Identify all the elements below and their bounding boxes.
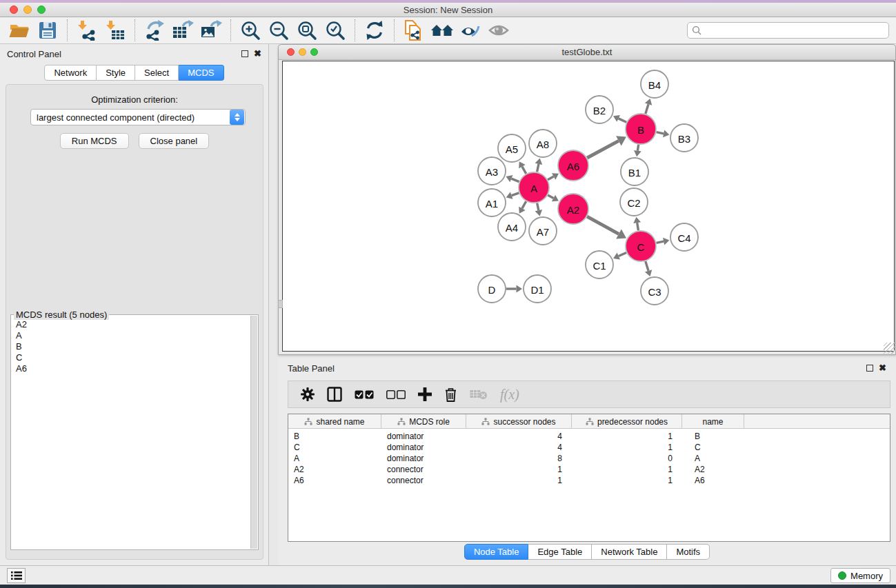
graph-edge-C-C3[interactable] — [646, 261, 648, 271]
table-cell[interactable]: 1 — [572, 475, 682, 486]
table-cell[interactable]: A6 — [682, 475, 744, 486]
graph-edge-B-B2[interactable] — [619, 119, 627, 122]
table-cell[interactable]: 8 — [466, 453, 572, 464]
run-mcds-button[interactable]: Run MCDS — [60, 133, 129, 149]
export-table-icon[interactable] — [170, 19, 195, 42]
open-folder-icon[interactable] — [7, 19, 32, 42]
graph-edge-B-B3[interactable] — [657, 132, 664, 134]
import-network-icon[interactable] — [74, 19, 99, 42]
table-row[interactable]: Bdominator41B — [288, 431, 890, 442]
table-cell[interactable]: 4 — [466, 431, 572, 442]
eye-icon[interactable] — [486, 19, 511, 42]
double-home-icon[interactable] — [430, 19, 455, 42]
tab-network-table[interactable]: Network Table — [592, 544, 667, 560]
graph-edge-A-A1[interactable] — [512, 193, 519, 196]
table-row[interactable]: Cdominator41C — [288, 442, 890, 453]
table-close-panel-icon[interactable]: ✖ — [879, 365, 886, 372]
tab-select[interactable]: Select — [135, 65, 179, 81]
table-cell[interactable]: connector — [381, 475, 466, 486]
mcds-result-item[interactable]: C — [16, 352, 250, 363]
graph-edge-A2-C[interactable] — [587, 216, 619, 234]
tab-motifs[interactable]: Motifs — [667, 544, 710, 560]
graph-edge-A-A7[interactable] — [537, 203, 539, 211]
tab-node-table[interactable]: Node Table — [464, 544, 529, 560]
table-cell[interactable]: A — [682, 453, 744, 464]
copy-network-icon[interactable] — [401, 19, 426, 42]
resize-grip-icon[interactable] — [884, 343, 895, 354]
select-all-checkboxes-icon[interactable] — [355, 390, 374, 399]
tab-edge-table[interactable]: Edge Table — [528, 544, 592, 560]
refresh-icon[interactable] — [362, 19, 387, 42]
criterion-select[interactable]: largest connected component (directed) — [30, 109, 246, 125]
search-input[interactable] — [687, 22, 889, 39]
memory-button[interactable]: Memory — [830, 568, 890, 583]
column-header-successor-nodes[interactable]: successor nodes — [466, 414, 572, 429]
zoom-in-icon[interactable] — [238, 19, 263, 42]
mcds-result-item[interactable]: A6 — [16, 363, 250, 374]
table-cell[interactable]: A — [288, 453, 381, 464]
import-table-icon[interactable] — [103, 19, 128, 42]
table-cell[interactable]: B — [288, 431, 381, 442]
split-columns-icon[interactable] — [327, 387, 342, 402]
zoom-fit-icon[interactable] — [295, 19, 319, 42]
graph-edge-A-A2[interactable] — [548, 195, 553, 198]
close-panel-icon[interactable]: ✖ — [254, 50, 261, 57]
export-network-icon[interactable] — [142, 19, 167, 42]
table-cell[interactable]: dominator — [381, 442, 466, 453]
mcds-result-item[interactable]: A — [16, 330, 250, 341]
gear-icon[interactable] — [301, 387, 315, 401]
float-panel-icon[interactable] — [241, 50, 248, 57]
close-panel-button[interactable]: Close panel — [139, 133, 210, 149]
mcds-list-scrollbar[interactable] — [250, 316, 257, 549]
tab-network[interactable]: Network — [44, 65, 97, 81]
table-cell[interactable]: A2 — [288, 464, 381, 475]
graph-edge-C-C4[interactable] — [657, 241, 664, 243]
tab-mcds[interactable]: MCDS — [179, 65, 223, 81]
graph-edge-A-A5[interactable] — [522, 167, 526, 174]
table-cell[interactable]: 1 — [466, 475, 572, 486]
graph-edge-A-A3[interactable] — [511, 179, 519, 181]
network-canvas[interactable]: B4B2BB3A8A5A6A3B1AC2A1A2A4A7C4CC1DD1C3 — [282, 61, 895, 352]
tab-style[interactable]: Style — [97, 65, 135, 81]
graph-edge-A-A4[interactable] — [522, 201, 526, 208]
zoom-selected-icon[interactable] — [323, 19, 348, 42]
deselect-all-checkboxes-icon[interactable] — [386, 390, 406, 399]
table-cell[interactable]: 1 — [466, 464, 572, 475]
graph-edge-A-A6[interactable] — [548, 176, 554, 180]
table-row[interactable]: Adominator80A — [288, 453, 890, 464]
graph-edge-B-B1[interactable] — [637, 145, 638, 151]
export-image-icon[interactable] — [199, 19, 223, 42]
table-cell[interactable]: connector — [381, 464, 466, 475]
graph-edge-B-B4[interactable] — [646, 104, 648, 114]
table-cell[interactable]: C — [288, 442, 381, 453]
column-header-shared-name[interactable]: shared name — [288, 414, 381, 429]
zoom-out-icon[interactable] — [266, 19, 291, 42]
table-row[interactable]: A6connector11A6 — [288, 475, 890, 486]
column-header-name[interactable]: name — [682, 414, 744, 429]
trash-icon[interactable] — [444, 387, 457, 402]
table-cell[interactable]: 1 — [572, 431, 682, 442]
column-header-predecessor-nodes[interactable]: predecessor nodes — [572, 414, 682, 429]
graph-edge-C-C2[interactable] — [637, 223, 639, 230]
table-cell[interactable]: 4 — [466, 442, 572, 453]
table-cell[interactable]: 1 — [572, 442, 682, 453]
table-cell[interactable]: 0 — [572, 453, 682, 464]
graph-edge-A-A8[interactable] — [537, 164, 539, 172]
table-row[interactable]: A2connector11A2 — [288, 464, 890, 475]
graph-edge-C-C1[interactable] — [619, 252, 626, 256]
mcds-result-item[interactable]: A2 — [16, 319, 250, 330]
table-cell[interactable]: dominator — [381, 431, 466, 442]
table-cell[interactable]: C — [682, 442, 744, 453]
table-cell[interactable]: A2 — [682, 464, 744, 475]
table-cell[interactable]: B — [682, 431, 744, 442]
graph-edge-A6-B[interactable] — [587, 141, 619, 158]
save-icon[interactable] — [35, 19, 60, 42]
column-header-MCDS-role[interactable]: MCDS role — [381, 414, 466, 429]
task-history-button[interactable] — [7, 568, 26, 583]
add-column-icon[interactable] — [418, 387, 432, 401]
table-cell[interactable]: A6 — [288, 475, 381, 486]
table-cell[interactable]: 1 — [572, 464, 682, 475]
eye-pen-icon[interactable] — [458, 19, 483, 42]
divider-grip[interactable] — [278, 300, 283, 308]
table-cell[interactable]: dominator — [381, 453, 466, 464]
